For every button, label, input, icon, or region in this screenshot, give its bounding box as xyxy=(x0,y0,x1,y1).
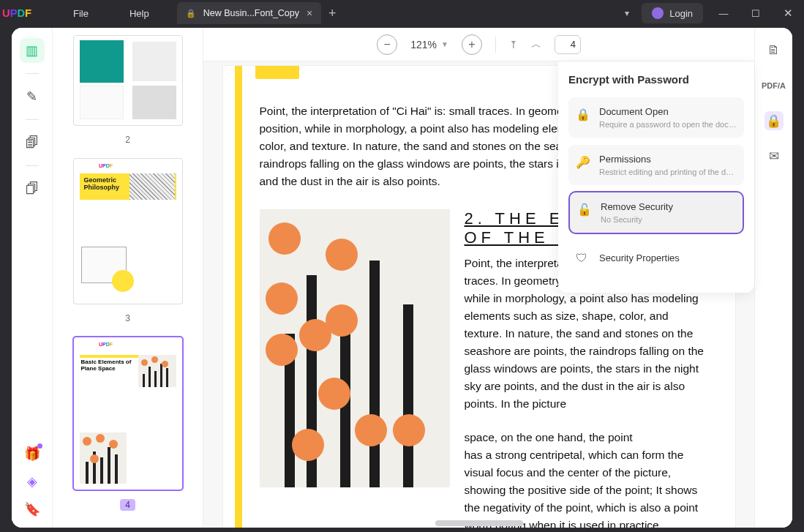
menu-file[interactable]: File xyxy=(53,8,109,19)
encrypt-panel: Encrypt with Password 🔒 Document Open Re… xyxy=(558,61,754,293)
thumbnail-panel: 2 UPDF Geometric Philosophy 3 UPDF Basic… xyxy=(53,28,203,528)
new-tab-button[interactable]: + xyxy=(321,6,343,21)
accent-bar xyxy=(235,66,242,528)
illustration xyxy=(260,209,450,487)
avatar-icon xyxy=(652,7,664,19)
text-tool[interactable]: 🗐 xyxy=(20,130,45,155)
option-permissions[interactable]: 🔑 Permissions Restrict editing and print… xyxy=(568,145,744,185)
zoom-level[interactable]: 121%▼ xyxy=(410,39,448,50)
thumbnail-page-4[interactable]: UPDF Basic Elements of Plane Space xyxy=(73,337,183,490)
app-logo: UPDF xyxy=(0,7,53,20)
thumbnail-label: 2 xyxy=(125,135,130,145)
window-minimize[interactable]: — xyxy=(707,8,740,19)
zoom-out-button[interactable]: − xyxy=(377,34,397,55)
option-title: Security Properties xyxy=(599,252,737,263)
login-button[interactable]: Login xyxy=(642,3,703,23)
unlock-icon: 🔓 xyxy=(577,203,592,217)
mail-icon[interactable]: ✉ xyxy=(764,146,784,165)
option-subtitle: Require a password to open the document xyxy=(599,120,737,129)
panel-title: Encrypt with Password xyxy=(568,73,744,86)
first-page-button[interactable]: ⤒ xyxy=(509,39,518,50)
document-tab[interactable]: 🔒 New Busin...Font_Copy × xyxy=(177,2,322,24)
separator xyxy=(26,119,39,120)
option-remove-security[interactable]: 🔓 Remove Security No Security xyxy=(570,192,743,233)
key-icon: 🔑 xyxy=(576,155,590,169)
gift-icon[interactable]: 🎁 xyxy=(24,446,40,462)
titlebar: UPDF File Help 🔒 New Busin...Font_Copy ×… xyxy=(0,0,804,26)
layers-icon[interactable]: ◈ xyxy=(27,473,37,490)
bookmark-icon[interactable]: 🔖 xyxy=(24,501,40,517)
option-document-open[interactable]: 🔒 Document Open Require a password to op… xyxy=(568,97,744,138)
pdfa-icon[interactable]: PDF/A xyxy=(764,76,784,95)
export-icon[interactable]: 🗎 xyxy=(764,41,784,60)
option-title: Permissions xyxy=(599,154,737,165)
thumbnail-page-3[interactable]: UPDF Geometric Philosophy xyxy=(73,158,183,304)
tab-list-dropdown[interactable]: ▾ xyxy=(612,8,642,18)
pages-tool[interactable]: 🗍 xyxy=(20,176,45,201)
thumbnail-page-2[interactable] xyxy=(73,35,183,126)
prev-page-button[interactable]: ︿ xyxy=(531,38,541,51)
window-close[interactable]: ✕ xyxy=(772,7,804,20)
lock-icon: 🔒 xyxy=(576,108,590,121)
menu-help[interactable]: Help xyxy=(109,8,170,19)
thumbnail-label: 3 xyxy=(125,313,130,323)
highlighter-tool[interactable]: ✎ xyxy=(20,84,45,109)
lock-icon: 🔒 xyxy=(186,9,196,18)
option-title: Remove Security xyxy=(601,201,735,212)
svg-text:UPDF: UPDF xyxy=(2,7,31,19)
left-toolbar: ▥ ✎ 🗐 🗍 🎁 ◈ 🔖 xyxy=(12,28,53,528)
shield-icon: 🛡 xyxy=(576,252,590,265)
thumbnail-label-current: 4 xyxy=(120,499,135,511)
view-toolbar: − 121%▼ + ⤒ ︿ xyxy=(203,28,754,61)
login-label: Login xyxy=(669,8,693,19)
tab-close-icon[interactable]: × xyxy=(307,7,312,19)
option-security-properties[interactable]: 🛡 Security Properties xyxy=(568,241,744,274)
tab-title: New Busin...Font_Copy xyxy=(203,8,299,18)
chevron-down-icon: ▼ xyxy=(441,40,448,48)
separator xyxy=(26,165,39,166)
right-toolbar: 🗎 PDF/A 🔒 ✉ xyxy=(754,28,792,528)
option-title: Document Open xyxy=(599,106,737,117)
highlight-tag xyxy=(255,66,299,79)
option-subtitle: No Security xyxy=(601,215,735,224)
separator xyxy=(495,37,496,53)
horizontal-scrollbar[interactable] xyxy=(435,520,523,526)
page-number-input[interactable] xyxy=(555,35,581,54)
thumbnails-tool[interactable]: ▥ xyxy=(20,38,45,63)
body-text: space, on the one hand, the point has a … xyxy=(465,429,706,528)
main-surface: ▥ ✎ 🗐 🗍 🎁 ◈ 🔖 2 UPDF Geometric Philosoph… xyxy=(12,28,792,528)
protect-icon[interactable]: 🔒 xyxy=(764,111,784,130)
separator xyxy=(26,73,39,74)
window-maximize[interactable]: ☐ xyxy=(740,8,772,19)
zoom-in-button[interactable]: + xyxy=(462,34,482,55)
option-subtitle: Restrict editing and printing of the doc… xyxy=(599,168,737,176)
